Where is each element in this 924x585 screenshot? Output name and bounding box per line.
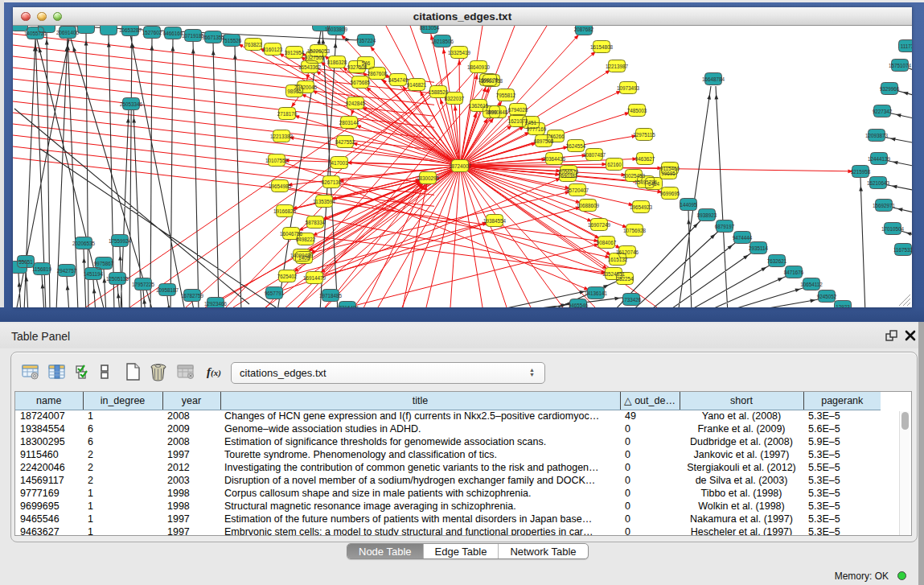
svg-text:18300295: 18300295 [417, 175, 440, 181]
svg-text:12923466: 12923466 [204, 301, 228, 307]
svg-text:8938923: 8938923 [697, 212, 717, 218]
svg-text:10653287: 10653287 [119, 27, 142, 33]
svg-text:1362615: 1362615 [469, 103, 489, 109]
svg-text:16033809: 16033809 [325, 27, 348, 32]
svg-text:12923: 12923 [836, 304, 850, 308]
svg-text:8990448: 8990448 [488, 109, 508, 115]
svg-text:19218506: 19218506 [431, 39, 454, 44]
svg-text:1167533: 1167533 [893, 247, 912, 253]
svg-text:2451: 2451 [525, 120, 537, 126]
svg-text:7625402: 7625402 [277, 274, 298, 279]
svg-text:19654985: 19654985 [269, 183, 292, 189]
svg-text:9463627: 9463627 [635, 156, 655, 162]
svg-text:12213987: 12213987 [606, 64, 629, 69]
svg-text:8160123: 8160123 [263, 47, 283, 52]
svg-text:12505135: 12505135 [106, 276, 129, 282]
svg-text:19384554: 19384554 [483, 218, 507, 224]
svg-text:763822: 763822 [244, 42, 262, 47]
svg-text:19654923: 19654923 [630, 204, 653, 210]
svg-text:7632621: 7632621 [767, 258, 787, 264]
svg-text:10958187: 10958187 [156, 287, 179, 293]
svg-text:6879197: 6879197 [715, 224, 735, 229]
svg-text:5675685: 5675685 [351, 80, 371, 85]
svg-text:9227342: 9227342 [873, 109, 893, 114]
svg-text:144095: 144095 [680, 202, 697, 208]
svg-text:11173: 11173 [901, 43, 912, 49]
svg-text:10025453: 10025453 [622, 173, 646, 179]
svg-text:417001: 417001 [331, 160, 348, 166]
svg-text:1733426: 1733426 [622, 297, 642, 303]
svg-text:17559924: 17559924 [109, 238, 132, 244]
svg-text:2867608: 2867608 [368, 71, 388, 76]
svg-text:13325419: 13325419 [448, 50, 471, 56]
svg-text:17957225: 17957225 [132, 282, 155, 287]
svg-text:10973493: 10973493 [617, 85, 640, 91]
svg-text:9474444: 9474444 [733, 235, 753, 241]
svg-text:7357224: 7357224 [356, 38, 376, 43]
svg-text:1156819: 1156819 [32, 266, 52, 272]
svg-text:6414: 6414 [648, 181, 660, 187]
svg-text:8322037: 8322037 [445, 96, 465, 101]
svg-text:5878334: 5878334 [306, 220, 326, 225]
svg-text:17316486: 17316486 [336, 305, 359, 308]
svg-text:6897508: 6897508 [534, 138, 554, 144]
svg-text:9242845: 9242845 [346, 101, 366, 106]
svg-text:9329966: 9329966 [880, 86, 900, 92]
svg-text:9084067: 9084067 [597, 240, 617, 245]
svg-text:15692971: 15692971 [873, 203, 896, 208]
svg-text:16210643: 16210643 [867, 180, 890, 186]
svg-text:9975867: 9975867 [94, 261, 114, 266]
svg-text:2942757: 2942757 [57, 268, 77, 274]
svg-text:9245052: 9245052 [817, 294, 837, 299]
svg-text:20364436: 20364436 [543, 156, 566, 162]
svg-text:16154808: 16154808 [590, 44, 614, 50]
svg-text:252254: 252254 [616, 276, 634, 282]
svg-text:9777169: 9777169 [527, 126, 547, 132]
svg-text:17010504: 17010504 [881, 226, 905, 232]
svg-text:10654112: 10654112 [800, 282, 823, 287]
svg-text:3624554: 3624554 [566, 143, 586, 149]
svg-text:2935114: 2935114 [749, 245, 769, 251]
svg-text:7515526: 7515526 [222, 38, 242, 43]
svg-text:9327508: 9327508 [347, 64, 368, 70]
svg-text:12975115: 12975115 [633, 132, 655, 138]
svg-text:3215958: 3215958 [851, 169, 871, 175]
svg-text:8454749: 8454749 [388, 77, 409, 83]
svg-text:9657791: 9657791 [265, 290, 285, 296]
svg-text:6466160: 6466160 [163, 31, 183, 36]
svg-text:1409: 1409 [298, 255, 310, 261]
svg-text:15720407: 15720407 [566, 187, 589, 193]
svg-text:1615132: 1615132 [608, 257, 628, 262]
svg-text:99695: 99695 [661, 171, 676, 176]
svg-text:12213383: 12213383 [270, 134, 294, 139]
svg-text:15226053: 15226053 [307, 48, 331, 54]
svg-text:10688609: 10688609 [577, 203, 600, 208]
svg-text:98965: 98965 [287, 89, 302, 94]
svg-text:1590381: 1590381 [558, 173, 578, 179]
svg-text:9146821: 9146821 [407, 82, 427, 88]
svg-text:20206535: 20206535 [72, 241, 96, 246]
svg-text:25053346: 25053346 [120, 101, 143, 107]
svg-text:18640910: 18640910 [467, 64, 491, 70]
svg-text:16907249: 16907249 [588, 222, 611, 228]
svg-text:62160: 62160 [607, 162, 622, 167]
svg-text:1451194: 1451194 [84, 271, 104, 277]
svg-text:8471676: 8471676 [784, 270, 804, 275]
svg-text:9465546: 9465546 [569, 303, 589, 308]
svg-text:2718170: 2718170 [277, 111, 298, 117]
svg-text:19166825: 19166825 [273, 208, 297, 214]
svg-text:7955812: 7955812 [496, 93, 516, 98]
svg-text:2803144: 2803144 [339, 120, 359, 126]
svg-text:19718485: 19718485 [319, 293, 343, 299]
svg-text:12444139: 12444139 [868, 156, 891, 162]
svg-text:8813054: 8813054 [420, 26, 440, 31]
svg-text:8186328: 8186328 [327, 60, 347, 65]
svg-text:3912954: 3912954 [285, 50, 305, 56]
svg-text:6498222: 6498222 [296, 237, 316, 242]
svg-text:16648784: 16648784 [702, 76, 725, 82]
svg-text:11353594: 11353594 [313, 199, 335, 204]
svg-text:10107552: 10107552 [265, 158, 289, 163]
svg-text:18724007: 18724007 [449, 163, 472, 169]
svg-text:16914479: 16914479 [303, 275, 326, 281]
svg-text:16782759: 16782759 [181, 293, 204, 299]
